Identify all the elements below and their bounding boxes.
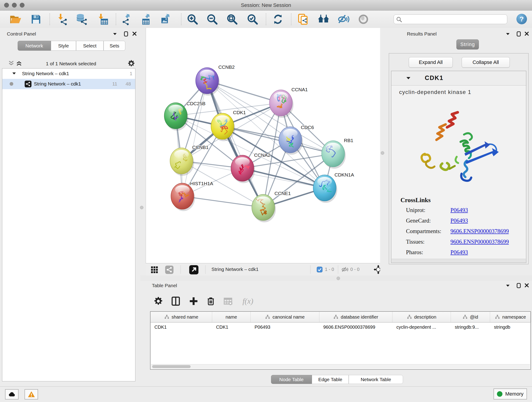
import-network-file-button[interactable] [55,13,70,26]
clone-network-button[interactable] [296,13,310,26]
table-horizontal-scrollbar[interactable] [151,364,530,369]
import-network-database-button[interactable] [74,13,89,26]
section-collapse-icon[interactable] [406,77,410,79]
network-node-CCNA2[interactable] [231,155,255,183]
birds-eye-view-button[interactable] [316,13,331,26]
delete-table-button-disabled[interactable] [222,295,234,307]
table-cell[interactable]: stringdb:9... [451,322,490,332]
splitter-handle[interactable] [381,151,384,155]
crosslink-link[interactable]: P06493 [450,217,468,224]
column-header-shared-name[interactable]: shared name [151,312,212,322]
panel-float-icon[interactable] [516,283,521,288]
tab-sets[interactable]: Sets [104,41,125,51]
tab-select[interactable]: Select [76,41,104,51]
expand-all-button[interactable]: Expand All [409,57,453,68]
table-row[interactable]: CDK1CDK1P064939606.ENSP00000378699cyclin… [151,322,530,332]
column-header-database-identifier[interactable]: database identifier [319,312,393,322]
panel-close-icon[interactable] [133,32,137,36]
tab-edge-table[interactable]: Edge Table [312,375,349,384]
network-options-gear-icon[interactable] [127,60,135,67]
network-node-CCNA1[interactable] [269,90,293,118]
zoom-out-button[interactable] [205,13,220,26]
function-builder-button-disabled[interactable]: f(x) [238,295,258,307]
left-splitter[interactable] [138,28,146,275]
tab-network[interactable]: Network [18,41,51,51]
panel-menu-icon[interactable] [113,33,117,35]
expand-all-chevron-icon[interactable] [8,61,14,66]
level-of-detail-button[interactable] [356,13,371,26]
tree-expander-icon[interactable] [12,72,16,75]
zoom-selected-button[interactable] [245,13,260,26]
scrollbar-thumb[interactable] [152,365,191,368]
panel-close-icon[interactable] [525,283,529,287]
network-collection-row[interactable]: String Network – cdk1 1 [2,69,135,79]
crosslink-link[interactable]: 9606.ENSP00000378699 [450,228,509,234]
network-node-RB1[interactable] [322,141,346,169]
panel-close-icon[interactable] [525,32,529,36]
memory-button[interactable]: Memory [494,389,527,400]
create-column-button[interactable] [187,295,200,307]
warnings-button[interactable] [25,389,38,400]
network-node-HIST1H1A[interactable] [171,183,195,211]
refresh-button[interactable] [271,13,285,26]
splitter-handle[interactable] [140,206,143,209]
table-cell[interactable]: 9606.ENSP00000378699 [319,322,393,332]
save-session-button[interactable] [29,13,43,26]
open-in-new-icon[interactable] [189,265,199,274]
column-header-name[interactable]: name [212,312,251,322]
network-node-CDK1[interactable] [211,113,235,141]
export-image-button[interactable] [158,13,173,26]
network-row-selected[interactable]: String Network – cdk1 11 48 [2,79,135,89]
right-splitter[interactable] [380,28,385,275]
column-header-description[interactable]: description [393,312,451,322]
show-columns-button[interactable] [169,295,182,307]
table-cell[interactable]: CDK1 [212,322,251,332]
network-node-CDKN1A[interactable] [313,175,337,203]
hide-graphics-details-button[interactable] [336,13,351,26]
panel-menu-icon[interactable] [506,33,510,35]
zoom-in-button[interactable] [185,13,200,26]
network-node-CCNE1[interactable] [252,194,276,222]
table-cell[interactable]: stringdb [490,322,531,332]
network-edge-CDK1-RB1[interactable] [222,126,333,154]
import-table-button[interactable] [95,13,110,26]
tab-style[interactable]: Style [51,41,76,51]
delete-column-button[interactable] [204,295,217,307]
splitter-handle[interactable] [336,277,340,280]
table-options-button[interactable] [152,295,165,307]
panel-menu-icon[interactable] [506,285,510,287]
export-table-button[interactable] [139,13,153,26]
export-network-button[interactable] [119,13,133,26]
panel-float-icon[interactable] [516,31,521,37]
column-header-canonical-name[interactable]: canonical name [251,312,319,322]
node-section-header[interactable]: CDK1 [391,71,526,85]
crosslink-link[interactable]: P06493 [450,207,468,213]
collapse-all-button[interactable]: Collapse All [462,57,510,68]
tab-network-table[interactable]: Network Table [349,375,403,384]
table-cell[interactable]: cyclin-dependent ... [393,322,451,332]
network-node-CDC6[interactable] [279,127,303,155]
results-scrollbar[interactable] [392,259,526,262]
network-node-CDC25B[interactable] [164,103,188,131]
hidden-eye-slash-icon[interactable] [341,266,348,273]
panel-float-icon[interactable] [124,31,128,37]
column-header-@id[interactable]: @id [451,312,490,322]
tab-string[interactable]: String [456,39,479,50]
zoom-fit-button[interactable] [225,13,239,26]
grid-icon[interactable] [151,266,158,274]
tab-node-table[interactable]: Node Table [271,375,312,384]
network-edge-CCNB2-HIST1H1A[interactable] [182,81,207,196]
selected-checkbox-icon[interactable] [317,267,323,273]
share-view-icon-disabled[interactable] [165,265,174,274]
column-header-namespace[interactable]: namespace [490,312,531,322]
crosslink-link[interactable]: 9606.ENSP00000378699 [450,239,509,245]
cloud-status-button[interactable] [5,389,19,400]
network-edge-CCNB2-CCNE1[interactable] [207,81,263,207]
table-cell[interactable]: P06493 [251,322,319,332]
help-button[interactable]: ? [516,14,527,24]
crosslink-link[interactable]: P06493 [450,249,468,255]
network-node-CCNB2[interactable] [196,68,220,96]
horizontal-splitter[interactable] [140,275,532,281]
search-input[interactable] [404,16,505,23]
open-session-button[interactable] [8,13,23,26]
